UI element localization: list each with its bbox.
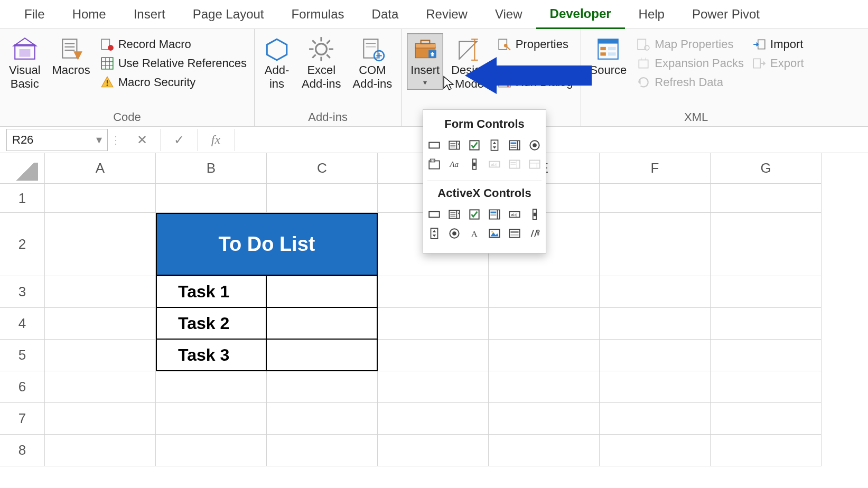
record-macro-button[interactable]: Record Macro — [98, 36, 249, 52]
tab-developer[interactable]: Developer — [536, 0, 625, 29]
import-icon — [752, 37, 766, 51]
svg-rect-111 — [431, 228, 438, 239]
form-spinner-icon[interactable] — [485, 136, 504, 154]
row-header-2[interactable]: 2 — [0, 213, 45, 276]
map-properties-button[interactable]: Map Properties — [634, 36, 746, 52]
excel-addins-button[interactable]: Excel Add-ins — [298, 33, 345, 94]
row-header-8[interactable]: 8 — [0, 435, 45, 466]
com-addins-button[interactable]: COM Add-ins — [349, 33, 396, 94]
tab-file[interactable]: File — [11, 0, 59, 29]
todo-task-2[interactable]: Task 2 — [156, 308, 267, 340]
activex-scrollbar-icon[interactable] — [525, 205, 544, 223]
svg-rect-92 — [529, 160, 540, 168]
tab-data[interactable]: Data — [358, 0, 413, 29]
form-scrollbar-icon[interactable] — [465, 155, 484, 173]
row-header-3[interactable]: 3 — [0, 276, 45, 308]
run-dialog-button[interactable]: Run Dialog — [496, 74, 575, 90]
tab-formulas[interactable]: Formulas — [278, 0, 358, 29]
svg-rect-110 — [534, 213, 536, 217]
todo-check-2[interactable] — [267, 308, 378, 340]
activex-image-icon[interactable] — [485, 224, 504, 242]
export-button[interactable]: Export — [750, 55, 806, 71]
todo-check-1[interactable] — [267, 276, 378, 308]
activex-option-icon[interactable] — [445, 224, 464, 242]
formula-input[interactable] — [235, 129, 868, 151]
properties-icon — [498, 37, 511, 51]
design-mode-button[interactable]: Design Mode — [447, 33, 491, 94]
activex-spinner-icon[interactable] — [425, 224, 444, 242]
addins-button[interactable]: Add- ins — [260, 33, 294, 94]
form-listbox-icon[interactable] — [505, 136, 524, 154]
name-box[interactable]: R26 ▾ — [6, 129, 108, 151]
insert-control-button[interactable]: Insert ▾ — [407, 33, 443, 90]
group-code-label: Code — [5, 107, 249, 124]
tab-power-pivot[interactable]: Power Pivot — [678, 0, 773, 29]
enter-formula-button[interactable]: ✓ — [161, 129, 198, 151]
row-header-7[interactable]: 7 — [0, 403, 45, 435]
tab-page-layout[interactable]: Page Layout — [179, 0, 278, 29]
row-header-4[interactable]: 4 — [0, 308, 45, 340]
todo-task-1[interactable]: Task 1 — [156, 276, 267, 308]
tab-review[interactable]: Review — [412, 0, 481, 29]
visual-basic-label: Visual Basic — [9, 63, 41, 91]
activex-more-icon[interactable] — [525, 224, 544, 242]
visual-basic-button[interactable]: Visual Basic — [5, 33, 44, 94]
import-button[interactable]: Import — [750, 36, 806, 52]
properties-button[interactable]: Properties — [496, 36, 575, 52]
form-option-icon[interactable] — [525, 136, 544, 154]
svg-point-55 — [645, 45, 649, 50]
tab-view[interactable]: View — [481, 0, 536, 29]
activex-checkbox-icon[interactable] — [465, 205, 484, 223]
svg-marker-18 — [267, 39, 287, 60]
activex-button-icon[interactable] — [425, 205, 444, 223]
svg-rect-3 — [62, 39, 77, 58]
activex-textbox-icon[interactable]: ab| — [505, 205, 524, 223]
svg-point-115 — [452, 231, 456, 236]
tab-home[interactable]: Home — [59, 0, 120, 29]
form-combobox-icon[interactable] — [445, 136, 464, 154]
svg-text:XYZ: XYZ — [431, 159, 436, 162]
chevron-down-icon[interactable]: ▾ — [96, 133, 102, 147]
todo-task-3[interactable]: Task 3 — [156, 340, 267, 371]
svg-rect-122 — [510, 234, 518, 236]
tab-insert[interactable]: Insert — [120, 0, 179, 29]
expansion-packs-button[interactable]: Expansion Packs — [634, 55, 746, 71]
form-label-icon[interactable]: Aa — [445, 155, 464, 173]
macros-button[interactable]: Macros — [49, 33, 94, 80]
col-header-A[interactable]: A — [45, 153, 156, 184]
todo-check-3[interactable] — [267, 340, 378, 371]
activex-label-icon[interactable]: A — [465, 224, 484, 242]
svg-line-26 — [313, 54, 316, 58]
row-header-1[interactable]: 1 — [0, 184, 45, 213]
macro-security-label: Macro Security — [118, 76, 196, 89]
form-checkbox-icon[interactable] — [465, 136, 484, 154]
group-addins-label: Add-ins — [260, 107, 396, 124]
use-relative-references-button[interactable]: Use Relative References — [98, 55, 249, 71]
insert-function-button[interactable]: fx — [198, 129, 235, 151]
svg-point-79 — [533, 143, 537, 147]
tab-help[interactable]: Help — [625, 0, 678, 29]
source-button[interactable]: Source — [586, 33, 631, 80]
activex-toggle-icon[interactable] — [505, 224, 524, 242]
col-header-C[interactable]: C — [267, 153, 378, 184]
refresh-data-button[interactable]: Refresh Data — [634, 74, 746, 90]
group-xml: Source Map Properties Expansion Packs — [581, 29, 811, 126]
cancel-formula-button[interactable]: ✕ — [124, 129, 161, 151]
row-header-6[interactable]: 6 — [0, 371, 45, 403]
form-groupbox-icon[interactable]: XYZ — [425, 155, 444, 173]
activex-combobox-icon[interactable] — [445, 205, 464, 223]
macro-security-button[interactable]: Macro Security — [98, 74, 249, 90]
col-header-B[interactable]: B — [156, 153, 267, 184]
svg-rect-95 — [429, 212, 440, 218]
activex-controls-title: ActiveX Controls — [423, 183, 546, 205]
row-header-5[interactable]: 5 — [0, 340, 45, 371]
activex-listbox-icon[interactable] — [485, 205, 504, 223]
col-header-F[interactable]: F — [600, 153, 711, 184]
svg-rect-75 — [510, 143, 516, 144]
svg-rect-73 — [509, 140, 520, 149]
map-properties-icon — [637, 37, 650, 51]
addins-icon — [264, 36, 290, 62]
select-all-button[interactable] — [0, 153, 45, 184]
col-header-G[interactable]: G — [711, 153, 822, 184]
form-button-icon[interactable] — [425, 136, 444, 154]
